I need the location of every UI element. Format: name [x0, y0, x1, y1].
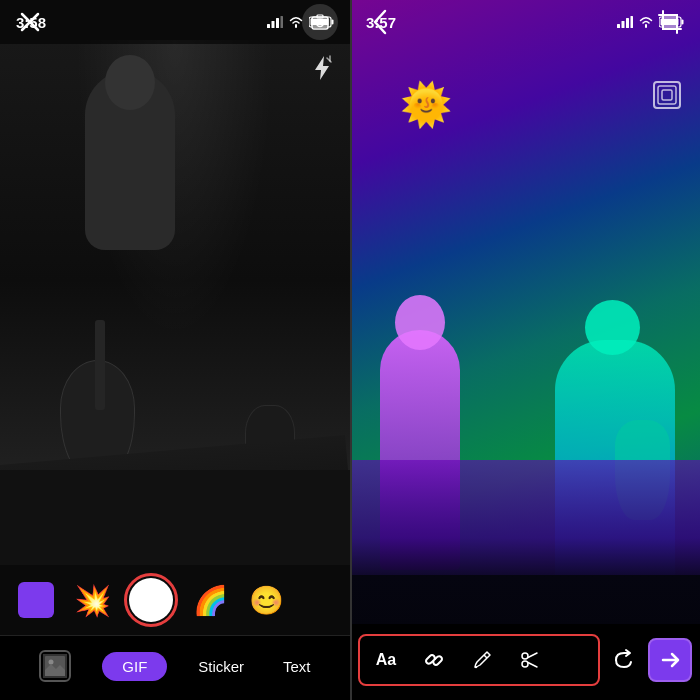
action-tabs: GIF Sticker Text [0, 635, 350, 700]
purple-square-shape [18, 582, 54, 618]
tab-gif[interactable]: GIF [102, 652, 167, 681]
crop-button[interactable] [652, 4, 688, 40]
text-tool-label: Aa [370, 647, 402, 673]
smiley-sticker[interactable]: 😊 [242, 576, 290, 624]
purple-square-sticker[interactable] [12, 576, 60, 624]
brush-icon [471, 649, 493, 671]
capture-inner [129, 578, 173, 622]
text-label: Text [283, 658, 311, 675]
panel-divider [350, 0, 352, 700]
tab-gallery[interactable] [31, 646, 79, 686]
rainbow-sticker[interactable]: 🌈 [186, 576, 234, 624]
svg-rect-26 [658, 86, 676, 104]
sun-sticker[interactable]: 🌞 [400, 80, 452, 129]
svg-line-32 [528, 653, 537, 658]
gallery-icon [39, 650, 71, 682]
svg-rect-27 [662, 90, 672, 100]
right-panel: 3:57 [350, 0, 700, 700]
sticker-tray: 💥 🌈 😊 [0, 565, 350, 635]
foreground-legs [350, 460, 700, 590]
next-button[interactable] [648, 638, 692, 682]
svg-line-29 [484, 655, 487, 658]
right-bottom-toolbar: Aa [350, 624, 700, 700]
image-icon [43, 654, 67, 678]
svg-point-10 [317, 20, 324, 27]
layers-icon [652, 80, 682, 110]
camera-flip-icon [310, 12, 330, 32]
svg-point-31 [522, 661, 528, 667]
tab-sticker[interactable]: Sticker [190, 654, 252, 679]
explosion-emoji: 💥 [74, 583, 111, 618]
x-icon [19, 11, 41, 33]
svg-rect-24 [663, 15, 677, 29]
stack-sticker[interactable] [652, 80, 682, 110]
sticker-label: Sticker [198, 658, 244, 675]
smiley-emoji: 😊 [249, 584, 284, 617]
crop-icon [657, 9, 683, 35]
editing-tools-group: Aa [358, 634, 600, 686]
svg-line-33 [528, 663, 537, 668]
link-icon [423, 649, 445, 671]
gif-label: GIF [122, 658, 147, 675]
capture-button[interactable] [124, 573, 178, 627]
tab-text[interactable]: Text [275, 654, 319, 679]
back-chevron-icon [371, 9, 389, 35]
scissors-tool-button[interactable] [512, 642, 548, 678]
link-tool-button[interactable] [416, 642, 452, 678]
flash-button[interactable] [306, 52, 338, 84]
svg-point-16 [49, 660, 54, 665]
flip-camera-button[interactable] [302, 4, 338, 40]
next-arrow-icon [659, 649, 681, 671]
sun-emoji: 🌞 [400, 81, 452, 128]
brush-tool-button[interactable] [464, 642, 500, 678]
text-tool-button[interactable]: Aa [368, 642, 404, 678]
left-header-controls [0, 0, 350, 44]
explosion-sticker[interactable]: 💥 [68, 576, 116, 624]
left-bottom-toolbar: 💥 🌈 😊 [0, 565, 350, 700]
svg-line-28 [433, 659, 436, 662]
flash-icon [311, 55, 333, 81]
right-header-controls [350, 0, 700, 44]
rainbow-emoji: 🌈 [193, 584, 228, 617]
scissors-icon [519, 649, 541, 671]
back-button[interactable] [362, 4, 398, 40]
svg-point-30 [522, 653, 528, 659]
close-button[interactable] [12, 4, 48, 40]
left-panel: 3:58 [0, 0, 350, 700]
redo-button[interactable] [606, 642, 642, 678]
redo-icon [611, 647, 637, 673]
